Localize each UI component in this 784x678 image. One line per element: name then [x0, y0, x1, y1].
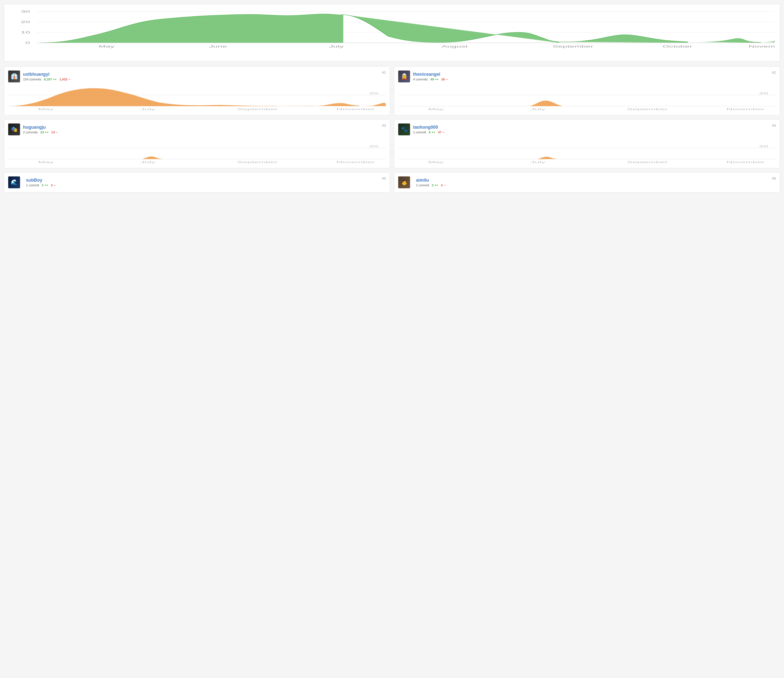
svg-text:July: July	[329, 45, 344, 48]
svg-text:September: September	[627, 160, 668, 163]
svg-text:20: 20	[21, 20, 30, 23]
contributor-name-2[interactable]: theniceangel	[413, 72, 448, 77]
svg-text:May: May	[99, 45, 115, 48]
svg-text:November: November	[726, 160, 765, 163]
svg-text:September: September	[237, 160, 278, 163]
contributor-card-4: 🐾 taohong000 1 commit 8 ++ 47 -- #4 20	[394, 119, 780, 168]
contributor-info-1: ustbhuangyi 154 commits 8,167 ++ 1,432 -…	[23, 72, 70, 81]
contributor-info-4: taohong000 1 commit 8 ++ 47 --	[413, 125, 445, 134]
contributor-name-5[interactable]: subBoy	[26, 178, 56, 183]
svg-text:July: July	[530, 107, 546, 110]
contributor-info-2: theniceangel 4 commits 49 ++ 26 --	[413, 72, 448, 81]
contributor-info-3: huguangju 2 commits 24 ++ 13 --	[23, 125, 58, 134]
contributor-header-6: 🧑 aimilu 1 commit 2 ++ 2 -- #6	[398, 176, 776, 188]
mini-chart-4: 20 May July September November	[398, 139, 776, 164]
svg-text:20: 20	[369, 92, 378, 95]
svg-text:20: 20	[369, 145, 378, 148]
svg-text:November: November	[336, 107, 375, 110]
contributor-grid: 👔 ustbhuangyi 154 commits 8,167 ++ 1,432…	[4, 66, 780, 168]
svg-text:November: November	[748, 45, 775, 48]
avatar-6: 🧑	[398, 176, 410, 188]
contributor-header-2: 🧝 theniceangel 4 commits 49 ++ 26 -- #2	[398, 70, 776, 82]
mini-chart-1: 20 May July September November	[8, 86, 386, 111]
additions-4: 8 ++	[429, 131, 435, 134]
contributor-stats-3: 2 commits 24 ++ 13 --	[23, 131, 58, 134]
contributor-info-6: aimilu 1 commit 2 ++ 2 --	[416, 178, 446, 187]
contributor-info-5: subBoy 1 commit 2 ++ 2 --	[26, 178, 56, 187]
svg-text:November: November	[726, 107, 765, 110]
contributor-name-4[interactable]: taohong000	[413, 125, 445, 130]
contributor-header-4: 🐾 taohong000 1 commit 8 ++ 47 -- #4	[398, 123, 776, 135]
contributor-stats-2: 4 commits 49 ++ 26 --	[413, 78, 448, 81]
contributor-card-5: 🌊 subBoy 1 commit 2 ++ 2 -- #5	[4, 172, 390, 193]
contributor-card-6: 🧑 aimilu 1 commit 2 ++ 2 -- #6	[394, 172, 780, 193]
deletions-3: 13 --	[51, 131, 58, 134]
svg-text:May: May	[38, 160, 54, 163]
svg-text:May: May	[38, 107, 54, 110]
additions-1: 8,167 ++	[44, 78, 57, 81]
deletions-1: 1,432 --	[59, 78, 70, 81]
mini-chart-2: 20 May July September November	[398, 86, 776, 111]
additions-2: 49 ++	[430, 78, 439, 81]
commits-3: 2 commits	[23, 131, 37, 134]
commits-6: 1 commit	[416, 183, 429, 187]
avatar-5: 🌊	[8, 176, 20, 188]
contributor-name-3[interactable]: huguangju	[23, 125, 58, 130]
svg-text:0: 0	[25, 41, 30, 44]
avatar-1: 👔	[8, 70, 20, 82]
svg-text:October: October	[663, 45, 692, 48]
main-chart-area: 30 20 10 0 May June July August S	[9, 9, 775, 59]
rank-6: #6	[772, 176, 776, 180]
commits-5: 1 commit	[26, 183, 39, 187]
contributor-header-3: 🎭 huguangju 2 commits 24 ++ 13 -- #3	[8, 123, 386, 135]
rank-4: #4	[772, 123, 776, 128]
commits-2: 4 commits	[413, 78, 428, 81]
svg-text:November: November	[336, 160, 375, 163]
avatar-3: 🎭	[8, 123, 20, 135]
rank-3: #3	[382, 123, 386, 128]
contributor-name-1[interactable]: ustbhuangyi	[23, 72, 70, 77]
main-chart-svg: 30 20 10 0 May June July August S	[9, 9, 775, 59]
contributor-stats-1: 154 commits 8,167 ++ 1,432 --	[23, 78, 70, 81]
avatar-4: 🐾	[398, 123, 410, 135]
deletions-4: 47 --	[438, 131, 445, 134]
svg-text:July: July	[140, 107, 156, 110]
svg-text:20: 20	[759, 92, 768, 95]
contributor-header-5: 🌊 subBoy 1 commit 2 ++ 2 -- #5	[8, 176, 386, 188]
svg-text:September: September	[552, 45, 594, 48]
bottom-cards: 🌊 subBoy 1 commit 2 ++ 2 -- #5 🧑 a	[4, 172, 780, 193]
contributor-stats-4: 1 commit 8 ++ 47 --	[413, 131, 445, 134]
additions-5: 2 ++	[42, 183, 48, 187]
rank-1: #1	[382, 70, 386, 75]
svg-text:July: July	[530, 160, 546, 163]
deletions-6: 2 --	[441, 183, 446, 187]
contributor-card-2: 🧝 theniceangel 4 commits 49 ++ 26 -- #2 …	[394, 66, 780, 115]
contributor-stats-5: 1 commit 2 ++ 2 --	[26, 183, 56, 187]
svg-text:20: 20	[759, 145, 768, 148]
svg-text:June: June	[209, 45, 227, 48]
svg-text:May: May	[428, 160, 444, 163]
commits-1: 154 commits	[23, 78, 41, 81]
rank-5: #5	[382, 176, 386, 180]
contributor-header-1: 👔 ustbhuangyi 154 commits 8,167 ++ 1,432…	[8, 70, 386, 82]
svg-text:May: May	[428, 107, 444, 110]
additions-3: 24 ++	[40, 131, 48, 134]
mini-chart-3: 20 May July September November	[8, 139, 386, 164]
deletions-2: 26 --	[441, 78, 448, 81]
rank-2: #2	[772, 70, 776, 75]
contributor-name-6[interactable]: aimilu	[416, 178, 446, 183]
svg-text:September: September	[627, 107, 668, 110]
svg-text:July: July	[140, 160, 156, 163]
commits-4: 1 commit	[413, 131, 426, 134]
contributor-card-1: 👔 ustbhuangyi 154 commits 8,167 ++ 1,432…	[4, 66, 390, 115]
avatar-2: 🧝	[398, 70, 410, 82]
main-chart-container: 30 20 10 0 May June July August S	[4, 4, 780, 61]
svg-text:September: September	[237, 107, 278, 110]
svg-text:August: August	[442, 45, 468, 48]
deletions-5: 2 --	[51, 183, 56, 187]
contributor-card-3: 🎭 huguangju 2 commits 24 ++ 13 -- #3 20	[4, 119, 390, 168]
contributor-stats-6: 1 commit 2 ++ 2 --	[416, 183, 446, 187]
additions-6: 2 ++	[432, 183, 438, 187]
svg-text:30: 30	[21, 10, 30, 13]
svg-text:10: 10	[21, 31, 30, 34]
